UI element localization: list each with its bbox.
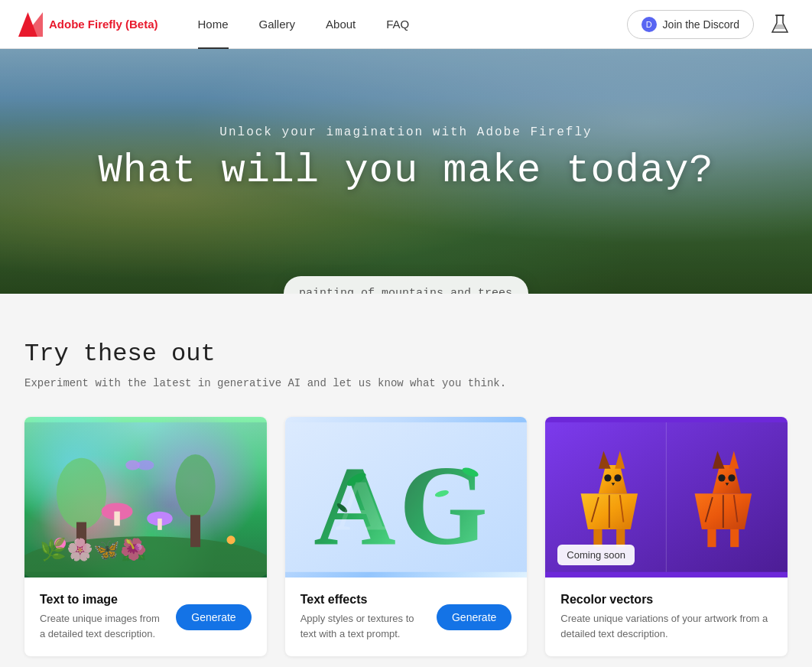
- svg-rect-10: [114, 512, 119, 526]
- card-desc-text-to-image: Create unique images from a detailed tex…: [40, 611, 167, 641]
- main-content: Try these out Experiment with the latest…: [0, 294, 812, 667]
- svg-point-44: [729, 474, 736, 481]
- card-text-effects: A G A Text effects Apply styles or textu…: [285, 417, 528, 656]
- hero-subtitle: Unlock your imagination with Adobe Firef…: [219, 125, 592, 139]
- card-body-text-effects: Text effects Apply styles or textures to…: [285, 578, 528, 656]
- card-recolor-vectors: Coming soon Recolor vectors Create uniqu…: [545, 417, 788, 656]
- discord-icon: D: [641, 17, 657, 32]
- nav-links: Home Gallery About FAQ: [183, 0, 627, 49]
- card-body-recolor-vectors: Recolor vectors Create unique variations…: [545, 578, 788, 656]
- svg-rect-8: [190, 515, 200, 547]
- section-title: Try these out: [24, 340, 788, 368]
- generate-btn-text-effects[interactable]: Generate: [437, 604, 512, 630]
- fantasy-garden-illustration: [24, 417, 267, 578]
- hero-input-container: [284, 276, 528, 294]
- svg-point-5: [57, 458, 106, 529]
- card-text-text-to-image: Text to image Create unique images from …: [40, 593, 167, 641]
- svg-rect-12: [158, 519, 162, 530]
- svg-point-13: [54, 538, 66, 549]
- card-text-to-image: Text to image Create unique images from …: [24, 417, 267, 656]
- card-desc-text-effects: Apply styles or textures to text with a …: [300, 611, 427, 641]
- adobe-logo-icon: [18, 12, 43, 37]
- card-body-text-to-image: Text to image Create unique images from …: [24, 578, 267, 656]
- card-desc-recolor-vectors: Create unique variations of your artwork…: [560, 611, 772, 641]
- discord-button[interactable]: D Join the Discord: [627, 10, 754, 39]
- coming-soon-badge: Coming soon: [557, 545, 635, 565]
- hero-search-input[interactable]: [284, 276, 528, 294]
- hero-title: What will you make today?: [98, 148, 713, 194]
- svg-point-43: [719, 474, 726, 481]
- svg-point-17: [125, 460, 140, 470]
- flask-icon: [771, 14, 789, 35]
- svg-text:A: A: [335, 466, 386, 545]
- coming-soon-label: Coming soon: [567, 549, 625, 561]
- text-effects-illustration: A G A: [285, 417, 528, 578]
- section-subtitle: Experiment with the latest in generative…: [24, 377, 788, 389]
- generate-btn-text-to-image[interactable]: Generate: [176, 604, 251, 630]
- card-title-text-to-image: Text to image: [40, 593, 167, 607]
- labs-icon[interactable]: [766, 11, 794, 38]
- svg-point-32: [615, 474, 622, 481]
- brand-logo[interactable]: Adobe Firefly (Beta): [18, 12, 158, 37]
- svg-rect-49: [708, 529, 716, 547]
- nav-about[interactable]: About: [310, 0, 371, 49]
- discord-label: Join the Discord: [663, 18, 739, 31]
- card-text-text-effects: Text effects Apply styles or textures to…: [300, 593, 427, 641]
- card-image-text-effects: A G A: [285, 417, 528, 578]
- nav-faq[interactable]: FAQ: [371, 0, 424, 49]
- cards-grid: Text to image Create unique images from …: [24, 417, 788, 656]
- hero-section: Unlock your imagination with Adobe Firef…: [0, 49, 812, 294]
- brand-text: Adobe Firefly (Beta): [49, 18, 158, 31]
- svg-point-15: [135, 544, 141, 551]
- card-image-text-to-image: [24, 417, 267, 578]
- card-title-text-effects: Text effects: [300, 593, 427, 607]
- card-image-recolor-vectors: Coming soon: [545, 417, 788, 578]
- card-text-recolor-vectors: Recolor vectors Create unique variations…: [560, 593, 772, 641]
- svg-rect-50: [730, 529, 739, 547]
- svg-text:G: G: [399, 442, 488, 568]
- svg-point-31: [605, 474, 612, 481]
- nav-gallery[interactable]: Gallery: [244, 0, 311, 49]
- svg-rect-6: [76, 522, 86, 551]
- navbar: Adobe Firefly (Beta) Home Gallery About …: [0, 0, 812, 49]
- hero-content: Unlock your imagination with Adobe Firef…: [0, 49, 812, 294]
- svg-point-14: [227, 535, 235, 544]
- nav-home[interactable]: Home: [183, 0, 244, 49]
- svg-point-7: [175, 454, 215, 519]
- card-title-recolor-vectors: Recolor vectors: [560, 593, 772, 607]
- navbar-actions: D Join the Discord: [627, 10, 794, 39]
